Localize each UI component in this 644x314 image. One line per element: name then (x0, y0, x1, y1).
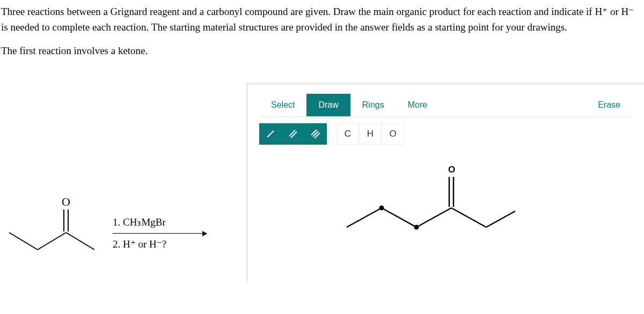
reaction-arrow-icon (113, 233, 207, 234)
double-bond-icon (288, 129, 298, 139)
triple-bond-icon (311, 129, 320, 139)
hydrogen-button[interactable]: H (359, 123, 382, 145)
single-bond-button[interactable] (259, 123, 282, 145)
reaction-column: O 1. CH₃MgBr 2. H⁺ or H⁻? (0, 84, 247, 283)
svg-line-20 (486, 211, 515, 227)
svg-line-7 (289, 130, 295, 136)
reaction-conditions: 1. CH₃MgBr 2. H⁺ or H⁻? (113, 215, 207, 252)
content-area: O 1. CH₃MgBr 2. H⁺ or H⁻? Select Draw Ri… (0, 84, 644, 283)
erase-tab[interactable]: Erase (586, 94, 632, 116)
drawing-canvas[interactable]: O (259, 155, 632, 273)
oxygen-atom-label: O (448, 165, 455, 175)
ketone-structure-icon: O (0, 195, 113, 267)
svg-line-19 (451, 208, 486, 227)
rings-tab[interactable]: Rings (350, 94, 396, 116)
select-tab[interactable]: Select (259, 94, 306, 116)
bond-toolbar: C H O (259, 123, 632, 145)
svg-line-3 (38, 233, 66, 250)
more-tab[interactable]: More (396, 94, 439, 116)
tool-gap (327, 123, 336, 145)
double-bond-button[interactable] (282, 123, 304, 145)
svg-line-6 (267, 131, 274, 137)
svg-text:O: O (62, 195, 70, 208)
draw-tab[interactable]: Draw (306, 94, 350, 116)
canvas-structure-icon: O (259, 155, 517, 263)
question-para-1: Three reactions between a Grignard reage… (1, 4, 643, 35)
reagent-step-2: 2. H⁺ or H⁻? (113, 237, 207, 252)
svg-line-5 (66, 233, 94, 250)
svg-line-4 (9, 233, 38, 250)
oxygen-button[interactable]: O (382, 123, 404, 145)
question-text: Three reactions between a Grignard reage… (0, 4, 644, 68)
main-toolbar: Select Draw Rings More Erase (259, 94, 632, 117)
reagent-step-1: 1. CH₃MgBr (113, 215, 207, 230)
starting-material: O (0, 195, 113, 272)
svg-line-18 (347, 208, 382, 227)
svg-line-8 (291, 132, 297, 138)
svg-line-14 (416, 208, 451, 227)
single-bond-icon (266, 129, 275, 139)
question-para-2: The first reaction involves a ketone. (1, 43, 643, 59)
carbon-button[interactable]: C (336, 123, 359, 145)
triple-bond-button[interactable] (304, 123, 327, 145)
reaction-scheme: O 1. CH₃MgBr 2. H⁺ or H⁻? (0, 195, 247, 272)
svg-line-16 (382, 208, 416, 227)
drawing-panel: Select Draw Rings More Erase C H O O (247, 84, 644, 283)
